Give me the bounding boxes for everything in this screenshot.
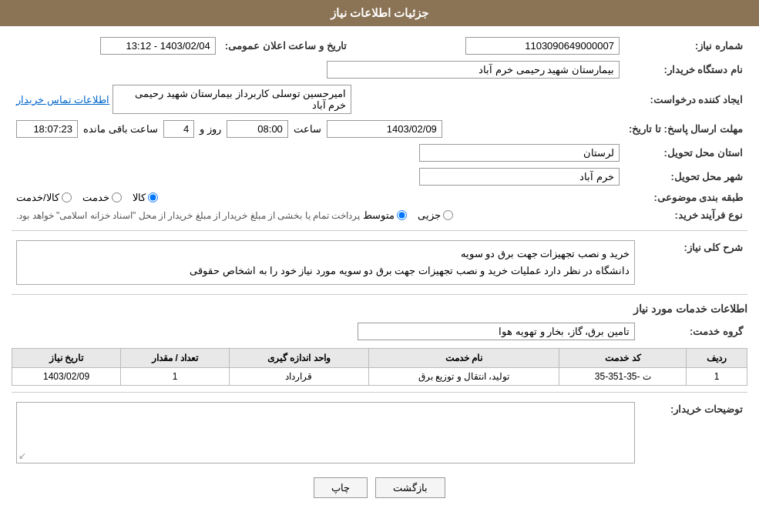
time-label: ساعت (294, 123, 321, 135)
category-value: کالا/خدمت خدمت کالا (12, 189, 624, 206)
creator-value: اطلاعات تماس خریدار امیرحسین توسلی کاربر… (12, 82, 624, 117)
general-desc-box: خرید و نصب تجهیزات جهت برق دو سویه دانشگ… (16, 240, 635, 285)
category-row: طبقه بندی موضوعی: کالا/خدمت خدمت کالا (12, 189, 747, 206)
province-row: استان محل تحویل: لرستان (12, 141, 747, 165)
table-row: 1 ت -35-351-35 تولید، انتقال و توزیع برق… (12, 368, 747, 386)
info-table: شماره نیاز: 1103090649000007 تاریخ و ساع… (12, 34, 747, 224)
creator-row-flex: اطلاعات تماس خریدار امیرحسین توسلی کاربر… (16, 85, 620, 114)
col-unit: واحد اندازه گیری (230, 349, 369, 368)
creator-field: امیرحسین توسلی کاربرداز بیمارستان شهید ر… (113, 85, 351, 114)
category-service-label: خدمت (82, 192, 109, 203)
col-service-code: کد خدمت (559, 349, 687, 368)
announce-date-field: 1403/02/04 - 13:12 (100, 37, 216, 55)
cell-quantity: 1 (121, 368, 230, 386)
col-quantity: تعداد / مقدار (121, 349, 230, 368)
purchase-medium-label: متوسط (363, 209, 395, 221)
purchase-partial-input[interactable] (443, 210, 453, 220)
cell-date: 1403/02/09 (12, 368, 121, 386)
buttons-row: چاپ بازگشت (12, 477, 747, 498)
category-radio-goods: کالا (133, 192, 158, 203)
buyer-desc-value: ↙ (12, 399, 640, 467)
general-desc-line2: دانشگاه در نظر دارد عملیات خرید و نصب تج… (22, 263, 630, 279)
order-number-value: 1103090649000007 (351, 34, 624, 58)
order-number-field: 1103090649000007 (465, 37, 620, 55)
creator-label: ایجاد کننده درخواست: (624, 82, 747, 117)
purchase-type-radio-group: متوسط جزیی (363, 209, 453, 221)
services-section-title: اطلاعات خدمات مورد نیاز (12, 303, 747, 315)
purchase-type-label: نوع فرآیند خرید: (624, 206, 747, 224)
remaining-field: 18:07:23 (16, 120, 78, 138)
page-title: جزئیات اطلاعات نیاز (331, 6, 428, 19)
deadline-row-flex: 18:07:23 ساعت باقی مانده 4 روز و 08:00 س… (16, 120, 620, 138)
announce-date-label: تاریخ و ساعت اعلان عمومی: (220, 34, 351, 58)
service-group-field: تامین برق، گاز، بخار و تهویه هوا (358, 323, 635, 340)
announce-date-value: 1403/02/04 - 13:12 (12, 34, 220, 58)
service-group-label: گروه خدمت: (640, 320, 747, 343)
buyer-desc-table: توضیحات خریدار: ↙ (12, 399, 747, 467)
general-desc-row: شرح کلی نیاز: خرید و نصب تجهیزات جهت برق… (12, 237, 747, 288)
services-table: ردیف کد خدمت نام خدمت واحد اندازه گیری ت… (12, 348, 747, 386)
org-name-row: نام دستگاه خریدار: بیمارستان شهید رحیمی … (12, 58, 747, 82)
category-radio-service: خدمت (82, 192, 122, 203)
city-value: خرم آباد (12, 165, 624, 189)
province-label: استان محل تحویل: (624, 141, 747, 165)
services-table-body: 1 ت -35-351-35 تولید، انتقال و توزیع برق… (12, 368, 747, 386)
divider-2 (12, 294, 747, 295)
purchase-type-row-flex: پرداخت تمام یا بخشی از مبلغ خریدار از مب… (16, 209, 620, 221)
services-table-header-row: ردیف کد خدمت نام خدمت واحد اندازه گیری ت… (12, 349, 747, 368)
service-group-row: گروه خدمت: تامین برق، گاز، بخار و تهویه … (12, 320, 747, 343)
page-header: جزئیات اطلاعات نیاز (0, 0, 759, 26)
category-radio-group: کالا/خدمت خدمت کالا (16, 192, 620, 203)
buyer-desc-box[interactable]: ↙ (16, 402, 635, 463)
general-desc-label: شرح کلی نیاز: (640, 237, 747, 288)
category-goods-input[interactable] (148, 192, 158, 202)
creator-row: ایجاد کننده درخواست: اطلاعات تماس خریدار… (12, 82, 747, 117)
divider-3 (12, 392, 747, 393)
category-goods-services-label: کالا/خدمت (16, 192, 59, 203)
general-desc-line1: خرید و نصب تجهیزات جهت برق دو سویه (22, 246, 630, 263)
col-date: تاریخ نیاز (12, 349, 121, 368)
cell-service-name: تولید، انتقال و توزیع برق (368, 368, 559, 386)
back-button[interactable]: بازگشت (375, 477, 445, 498)
category-radio-goods-services: کالا/خدمت (16, 192, 72, 203)
category-label: طبقه بندی موضوعی: (624, 189, 747, 206)
category-goods-services-input[interactable] (62, 192, 72, 202)
org-name-value: بیمارستان شهید رحیمی خرم آباد (12, 58, 624, 82)
deadline-value: 18:07:23 ساعت باقی مانده 4 روز و 08:00 س… (12, 117, 624, 141)
time-field: 08:00 (227, 120, 288, 138)
purchase-note: پرداخت تمام یا بخشی از مبلغ خریدار از مب… (16, 210, 360, 221)
purchase-type-row: نوع فرآیند خرید: پرداخت تمام یا بخشی از … (12, 206, 747, 224)
purchase-type-partial: جزیی (418, 209, 453, 221)
category-goods-label: کالا (133, 192, 146, 203)
order-number-row: شماره نیاز: 1103090649000007 تاریخ و ساع… (12, 34, 747, 58)
remaining-label: ساعت باقی مانده (83, 123, 158, 135)
main-content: شماره نیاز: 1103090649000007 تاریخ و ساع… (0, 26, 759, 506)
org-name-label: نام دستگاه خریدار: (624, 58, 747, 82)
city-row: شهر محل تحویل: خرم آباد (12, 165, 747, 189)
contact-link[interactable]: اطلاعات تماس خریدار (16, 94, 109, 105)
purchase-medium-input[interactable] (397, 210, 407, 220)
days-field: 4 (163, 120, 194, 138)
city-field: خرم آباد (419, 168, 620, 186)
service-group-value: تامین برق، گاز، بخار و تهویه هوا (12, 320, 640, 343)
cell-unit: قرارداد (230, 368, 369, 386)
purchase-type-value: پرداخت تمام یا بخشی از مبلغ خریدار از مب… (12, 206, 624, 224)
deadline-label: مهلت ارسال پاسخ: تا تاریخ: (624, 117, 747, 141)
cell-row-num: 1 (687, 368, 747, 386)
days-label: روز و (200, 123, 221, 135)
service-group-table: گروه خدمت: تامین برق، گاز، بخار و تهویه … (12, 320, 747, 343)
resize-icon: ↙ (18, 450, 26, 461)
buyer-desc-label: توضیحات خریدار: (640, 399, 747, 467)
col-service-name: نام خدمت (368, 349, 559, 368)
province-value: لرستان (12, 141, 624, 165)
order-number-label: شماره نیاز: (624, 34, 747, 58)
divider-1 (12, 230, 747, 231)
category-service-input[interactable] (112, 192, 122, 202)
city-label: شهر محل تحویل: (624, 165, 747, 189)
purchase-partial-label: جزیی (418, 209, 441, 221)
cell-service-code: ت -35-351-35 (559, 368, 687, 386)
general-desc-value: خرید و نصب تجهیزات جهت برق دو سویه دانشگ… (12, 237, 640, 288)
print-button[interactable]: چاپ (314, 477, 368, 498)
services-table-head: ردیف کد خدمت نام خدمت واحد اندازه گیری ت… (12, 349, 747, 368)
col-row-num: ردیف (687, 349, 747, 368)
